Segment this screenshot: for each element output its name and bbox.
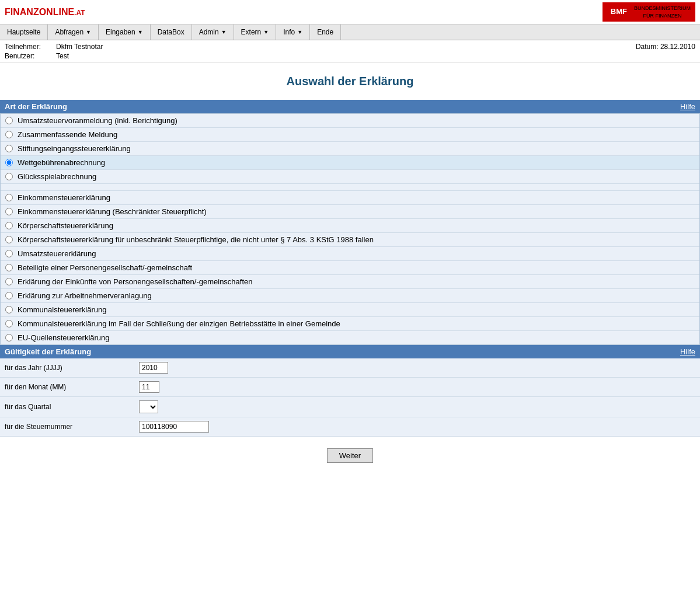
logo: FINANZONLINE.AT — [5, 7, 85, 18]
nav-arrow-abfragen: ▼ — [86, 29, 91, 35]
validity-select-quartal[interactable]: 1234 — [139, 400, 158, 413]
validity-section-title: Gültigkeit der Erklärung — [5, 347, 91, 356]
datum-value: 28.12.2010 — [660, 43, 695, 51]
radio-input-opt4[interactable] — [5, 159, 13, 166]
radio-item-opt2[interactable]: Zusammenfassende Meldung — [1, 128, 699, 142]
bmf-text: BUNDESMINISTERIUM FÜR FINANZEN — [634, 5, 691, 19]
teilnehmer-value: Dkfm Testnotar — [56, 43, 103, 51]
user-info-bar: Teilnehmer: Dkfm Testnotar Benutzer: Tes… — [0, 40, 700, 63]
radio-item-opt6[interactable]: Einkommensteuererklärung — [1, 191, 699, 205]
validity-label-monat: für den Monat (MM) — [0, 378, 134, 397]
radio-item-opt5[interactable]: Glücksspielabrechnung — [1, 170, 699, 184]
validity-row-monat: für den Monat (MM) — [0, 378, 700, 397]
radio-input-opt6[interactable] — [5, 194, 13, 201]
teilnehmer-label: Teilnehmer: — [5, 43, 51, 51]
radio-input-opt8[interactable] — [5, 222, 13, 229]
radio-input-opt13[interactable] — [5, 292, 13, 299]
nav-item-admin[interactable]: Admin▼ — [192, 25, 234, 40]
logo-text: FINANZONLINE.AT — [5, 7, 85, 17]
nav-item-info[interactable]: Info▼ — [276, 25, 310, 40]
validity-input-cell-quartal: 1234 — [134, 397, 700, 417]
logo-at: .AT — [74, 9, 85, 17]
validity-label-jahr: für das Jahr (JJJJ) — [0, 358, 134, 378]
validity-input-cell-monat — [134, 378, 700, 397]
bmf-line3: FÜR FINANZEN — [634, 12, 691, 20]
radio-input-opt1[interactable] — [5, 117, 13, 124]
teilnehmer-row: Teilnehmer: Dkfm Testnotar — [5, 43, 103, 51]
radio-label-opt12: Erklärung der Einkünfte von Personengese… — [18, 277, 253, 286]
radio-label-opt4: Wettgebührenabrechnung — [18, 158, 105, 167]
validity-input-steuernummer[interactable] — [139, 421, 209, 433]
validity-section: Gültigkeit der Erklärung Hilfe für das J… — [0, 345, 700, 437]
radio-input-opt14[interactable] — [5, 306, 13, 313]
radio-input-opt10[interactable] — [5, 250, 13, 257]
radio-label-opt5: Glücksspielabrechnung — [18, 172, 96, 181]
art-hilfe-link[interactable]: Hilfe — [680, 102, 695, 111]
radio-label-opt10: Umsatzsteuererklärung — [18, 249, 96, 258]
radio-input-opt9[interactable] — [5, 236, 13, 243]
radio-label-opt14: Kommunalsteuererklärung — [18, 305, 106, 314]
nav-item-extern[interactable]: Extern▼ — [234, 25, 277, 40]
logo-finanz: FINANZ — [5, 7, 39, 17]
nav-arrow-info: ▼ — [297, 29, 302, 35]
validity-row-steuernummer: für die Steuernummer — [0, 417, 700, 437]
radio-input-opt15[interactable] — [5, 320, 13, 327]
radio-item-opt14[interactable]: Kommunalsteuererklärung — [1, 303, 699, 317]
radio-item-opt11[interactable]: Beteiligte einer Personengesellschaft/-g… — [1, 261, 699, 275]
nav-item-hauptseite[interactable]: Hauptseite — [0, 25, 48, 40]
nav-item-abfragen[interactable]: Abfragen▼ — [48, 25, 99, 40]
radio-item-opt4[interactable]: Wettgebührenabrechnung — [1, 156, 699, 170]
nav-arrow-extern: ▼ — [263, 29, 269, 35]
radio-label-opt9: Körperschaftsteuererklärung für unbeschr… — [18, 235, 374, 244]
bmf-badge: BMF — [607, 6, 631, 18]
radio-item-opt10[interactable]: Umsatzsteuererklärung — [1, 247, 699, 261]
validity-row-quartal: für das Quartal1234 — [0, 397, 700, 417]
radio-label-opt15: Kommunalsteuererklärung im Fall der Schl… — [18, 319, 340, 328]
radio-item-opt3[interactable]: Stiftungseingangssteuererklärung — [1, 142, 699, 156]
validity-hilfe-link[interactable]: Hilfe — [680, 347, 695, 356]
bmf-logo: BMF BUNDESMINISTERIUM FÜR FINANZEN — [603, 2, 695, 22]
radio-input-opt12[interactable] — [5, 278, 13, 285]
logo-online: ONLINE — [39, 7, 74, 17]
art-section-header: Art der Erklärung Hilfe — [0, 100, 700, 113]
validity-input-cell-steuernummer — [134, 417, 700, 437]
radio-input-opt16[interactable] — [5, 334, 13, 341]
radio-label-opt3: Stiftungseingangssteuererklärung — [18, 144, 131, 153]
validity-label-steuernummer: für die Steuernummer — [0, 417, 134, 437]
validity-label-quartal: für das Quartal — [0, 397, 134, 417]
bmf-line2: BUNDESMINISTERIUM — [634, 5, 691, 12]
radio-item-opt8[interactable]: Körperschaftsteuererklärung — [1, 219, 699, 233]
benutzer-row: Benutzer: Test — [5, 52, 103, 60]
art-section: Art der Erklärung Hilfe Umsatzsteuervora… — [0, 100, 700, 345]
radio-item-opt12[interactable]: Erklärung der Einkünfte von Personengese… — [1, 275, 699, 289]
radio-input-opt7[interactable] — [5, 208, 13, 215]
radio-label-opt7: Einkommensteuererklärung (Beschränkter S… — [18, 207, 207, 216]
benutzer-label: Benutzer: — [5, 52, 51, 60]
radio-input-opt2[interactable] — [5, 131, 13, 138]
radio-input-opt11[interactable] — [5, 264, 13, 271]
radio-item-opt7[interactable]: Einkommensteuererklärung (Beschränkter S… — [1, 205, 699, 219]
radio-input-opt3[interactable] — [5, 145, 13, 152]
validity-input-monat[interactable] — [139, 381, 159, 393]
radio-label-opt13: Erklärung zur Arbeitnehmerveranlagung — [18, 291, 152, 300]
weiter-button[interactable]: Weiter — [327, 448, 373, 463]
validity-input-jahr[interactable] — [139, 362, 168, 374]
radio-item-opt9[interactable]: Körperschaftsteuererklärung für unbeschr… — [1, 233, 699, 247]
nav-item-eingaben[interactable]: Eingaben▼ — [99, 25, 151, 40]
radio-item-opt13[interactable]: Erklärung zur Arbeitnehmerveranlagung — [1, 289, 699, 303]
radio-item-opt1[interactable]: Umsatzsteuervoranmeldung (inkl. Berichti… — [1, 114, 699, 128]
nav-item-databox[interactable]: DataBox — [151, 25, 192, 40]
nav-bar: HauptseiteAbfragen▼Eingaben▼DataBoxAdmin… — [0, 25, 700, 40]
validity-row-jahr: für das Jahr (JJJJ) — [0, 358, 700, 378]
radio-spacer — [1, 184, 699, 191]
nav-arrow-admin: ▼ — [221, 29, 227, 35]
nav-arrow-eingaben: ▼ — [138, 29, 143, 35]
radio-item-opt16[interactable]: EU-Quellensteuererklärung — [1, 331, 699, 344]
nav-item-ende[interactable]: Ende — [310, 25, 341, 40]
art-section-title: Art der Erklärung — [5, 102, 67, 111]
radio-label-opt2: Zusammenfassende Meldung — [18, 130, 117, 139]
datum-display: Datum: 28.12.2010 — [636, 43, 695, 60]
radio-input-opt5[interactable] — [5, 173, 13, 180]
radio-item-opt15[interactable]: Kommunalsteuererklärung im Fall der Schl… — [1, 317, 699, 331]
datum-label: Datum: — [636, 43, 659, 51]
